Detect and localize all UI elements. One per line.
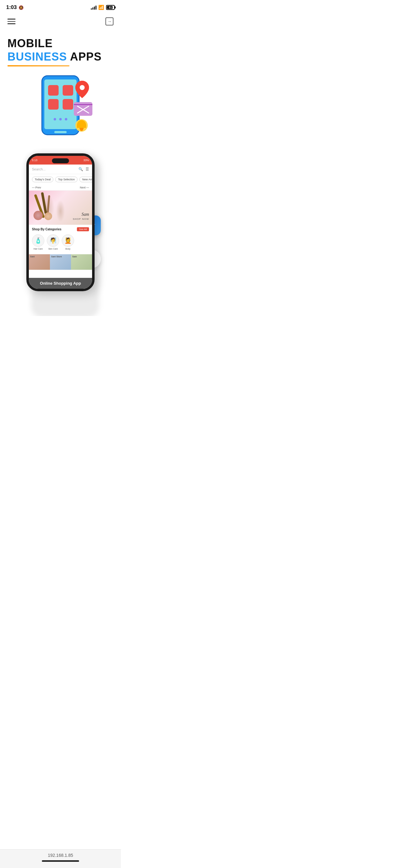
phone-screen: Search... 🔍 ☰ Today's Deal Top Selection… [29,164,92,289]
wifi-icon: 📶 [98,5,104,10]
phone-cat-skincare-icon: 🧖 [47,235,59,247]
phone-tag-selection: Top Selection [55,177,77,182]
phone-product-3: Sam [71,254,92,270]
phone-cat-haircare: 🧴 Hair Care [32,235,44,250]
phone-banner-content: Sam SHOP NOW [73,212,89,220]
phone-cat-body-icon: 💆 [62,235,74,247]
svg-point-7 [54,118,56,120]
svg-point-11 [80,85,85,90]
phone-tags: Today's Deal Top Selection New Arrivals [29,174,92,185]
phone-banner-signature: Sam [73,212,89,217]
main-title: MOBILE BUSINESS APPS [7,37,113,63]
phone-cat-skincare: 🧖 Skin Care [47,235,59,250]
phone-cat-skincare-label: Skin Care [48,248,58,250]
svg-point-9 [65,118,67,120]
phone-nav-prev: Prev [32,186,41,189]
phone-nav-row: Prev Next [29,185,92,191]
status-icons: 📶 81 [91,5,115,10]
app-illustration-svg [25,73,96,141]
svg-rect-4 [63,85,73,96]
phone-banner: Sam SHOP NOW [29,191,92,225]
phone-cat-haircare-label: Hair Care [33,248,43,250]
phone-battery-status: 33% [84,159,89,162]
phone-cat-haircare-icon: 🧴 [32,235,44,247]
svg-rect-12 [74,102,92,116]
title-part1: MOBILE [7,37,53,50]
phone-categories-row: 🧴 Hair Care 🧖 Skin Care 💆 Body [29,232,92,252]
svg-point-8 [59,118,62,120]
phone-see-all: See All [77,227,89,231]
phone-menu-icon: ☰ [86,167,89,172]
hamburger-button[interactable] [7,19,15,24]
phone-tag-deal: Today's Deal [32,177,53,182]
phone-search-bar: Search... 🔍 ☰ [29,164,92,174]
title-underline [7,65,69,66]
svg-rect-3 [48,85,59,96]
bell-slash-icon: 🔕 [19,5,24,10]
phone-category-header: Shop By Categories See All [29,225,92,232]
phone-shop-now: SHOP NOW [73,218,89,220]
phone-notch [52,158,69,163]
phone-product-grid: Sani Sani Store Sam [29,254,92,270]
phone-search-placeholder: Search... [32,167,45,171]
status-time: 1:03 [6,4,17,10]
title-part2: APPS [67,50,102,63]
phone-time: 5:13 [32,159,37,162]
title-highlight: BUSINESS [7,50,67,63]
svg-rect-2 [54,131,67,133]
hero-illustration [0,69,121,147]
signal-icon [91,5,96,10]
phone-top-bar: 5:13 33% [29,156,92,164]
phone-product-1: Sani [29,254,50,270]
phone-device: 5:13 33% Search... 🔍 ☰ Today's Deal [26,153,95,291]
phone-category-title: Shop By Categories [32,227,61,231]
phone-cat-body-label: Body [65,248,70,250]
phone-tag-arrivals: New Arrivals [79,177,92,182]
title-section: MOBILE BUSINESS APPS [0,30,121,69]
phone-search-icons: 🔍 ☰ [78,167,89,172]
phone-product-label: Online Shopping App [29,278,92,289]
phone-mockup-section: 5:13 33% Search... 🔍 ☰ Today's Deal [0,147,121,291]
svg-rect-6 [63,99,73,110]
status-bar: 1:03 🔕 📶 81 [0,0,121,12]
phone-search-icon: 🔍 [78,167,83,172]
phone-product-2: Sani Store [50,254,71,270]
svg-rect-5 [48,99,59,110]
phone-cat-body: 💆 Body [62,235,74,250]
nav-header [0,12,121,30]
battery-icon: 81 [106,5,115,10]
phone-nav-next: Next [80,186,89,189]
login-button[interactable] [105,18,113,26]
svg-rect-18 [79,128,84,129]
